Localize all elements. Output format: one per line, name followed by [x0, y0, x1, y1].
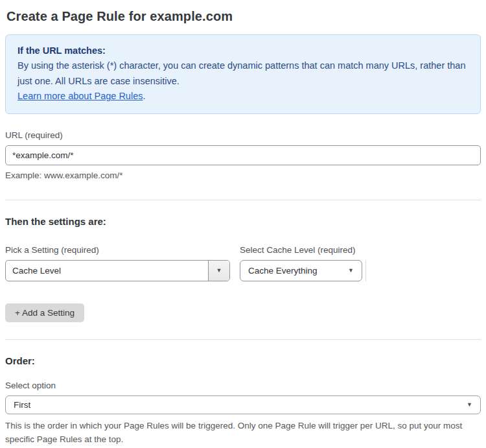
- divider: [5, 339, 481, 340]
- url-field-helper: Example: www.example.com/*: [5, 169, 481, 183]
- order-section: Order: Select option First ▼ This is the…: [5, 355, 481, 447]
- pick-setting-value: Cache Level: [6, 261, 208, 281]
- settings-row: Pick a Setting (required) Cache Level ▼ …: [5, 245, 481, 281]
- order-select-label: Select option: [5, 381, 481, 390]
- url-input[interactable]: [5, 145, 481, 165]
- dropdown-arrow-button[interactable]: ▼: [208, 261, 229, 281]
- cache-level-field: Select Cache Level (required) Cache Ever…: [240, 245, 366, 281]
- order-select-value: First: [14, 400, 30, 410]
- pick-setting-select[interactable]: Cache Level ▼: [5, 260, 230, 281]
- settings-section: Then the settings are: Pick a Setting (r…: [5, 216, 481, 322]
- info-box-body: By using the asterisk (*) character, you…: [17, 58, 469, 89]
- pick-setting-field: Pick a Setting (required) Cache Level ▼: [5, 245, 230, 281]
- order-select[interactable]: First ▼: [5, 395, 481, 414]
- info-box-heading: If the URL matches:: [17, 43, 469, 58]
- url-field-label: URL (required): [5, 130, 481, 140]
- chevron-down-icon: ▼: [216, 268, 222, 274]
- url-match-info-box: If the URL matches: By using the asteris…: [5, 34, 481, 114]
- cache-level-label: Select Cache Level (required): [240, 245, 366, 255]
- divider: [5, 200, 481, 200]
- learn-more-link[interactable]: Learn more about Page Rules: [17, 91, 143, 101]
- create-page-rule-form: Create a Page Rule for example.com If th…: [0, 0, 486, 448]
- chevron-down-icon: ▼: [348, 268, 354, 274]
- page-title: Create a Page Rule for example.com: [6, 9, 481, 24]
- pick-setting-label: Pick a Setting (required): [5, 245, 230, 255]
- add-setting-button[interactable]: + Add a Setting: [5, 303, 84, 322]
- cache-level-select[interactable]: Cache Everything ▼: [240, 260, 362, 281]
- url-field-section: URL (required) Example: www.example.com/…: [5, 130, 481, 183]
- order-heading: Order:: [5, 355, 481, 366]
- order-helper: This is the order in which your Page Rul…: [5, 419, 476, 447]
- cache-level-value: Cache Everything: [248, 266, 318, 276]
- cache-level-wrap: Cache Everything ▼: [240, 260, 366, 281]
- field-separator: [365, 260, 366, 281]
- link-suffix: .: [143, 91, 145, 101]
- chevron-down-icon: ▼: [467, 402, 472, 408]
- info-box-link-row: Learn more about Page Rules.: [17, 89, 469, 104]
- settings-heading: Then the settings are:: [5, 216, 481, 227]
